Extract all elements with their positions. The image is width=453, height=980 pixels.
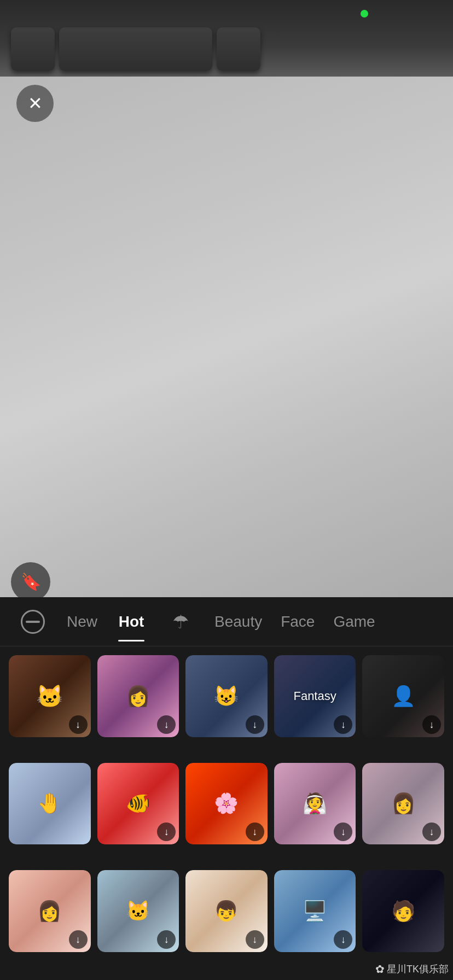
download-icon: ↓ [341, 720, 346, 730]
tab-beauty[interactable]: Beauty [208, 602, 269, 641]
filter-thumb: 🧑 [362, 870, 444, 952]
download-badge[interactable]: ↓ [246, 715, 264, 734]
download-icon: ↓ [252, 720, 257, 730]
download-icon: ↓ [252, 827, 257, 837]
download-icon: ↓ [164, 827, 169, 837]
filter-item[interactable]: 🐱 ↓ [97, 870, 179, 952]
filter-item[interactable]: 🧑 [362, 870, 444, 952]
bookmark-button[interactable]: 🔖 [11, 562, 50, 602]
download-badge[interactable]: ↓ [246, 930, 264, 949]
trackpad [0, 77, 453, 618]
download-badge[interactable]: ↓ [422, 715, 441, 734]
filter-item[interactable]: 👩 ↓ [362, 763, 444, 845]
download-badge[interactable]: ↓ [157, 715, 176, 734]
filter-item[interactable]: 🌸 ↓ [185, 763, 268, 845]
download-badge[interactable]: ↓ [246, 822, 264, 841]
green-indicator [361, 10, 368, 18]
download-icon: ↓ [429, 827, 434, 837]
download-icon: ↓ [429, 720, 434, 730]
filter-item[interactable]: 👰 ↓ [274, 763, 356, 845]
download-badge[interactable]: ↓ [69, 715, 88, 734]
filter-fantasy[interactable]: Fantasy ↓ [274, 655, 356, 737]
download-icon: ↓ [341, 827, 346, 837]
download-badge[interactable]: ↓ [157, 930, 176, 949]
filter-item[interactable]: 😺 ↓ [185, 655, 268, 737]
key-2 [217, 27, 260, 71]
download-badge[interactable]: ↓ [334, 715, 352, 734]
filter-item[interactable]: 🐠 ↓ [97, 763, 179, 845]
tab-ar[interactable]: ☂ [159, 602, 202, 641]
tab-bar: New Hot ☂ Beauty Face Game [0, 597, 453, 646]
download-icon: ↓ [341, 935, 346, 944]
download-icon: ↓ [252, 935, 257, 944]
filter-preview: 🤚 [9, 763, 91, 845]
download-icon: ↓ [164, 935, 169, 944]
no-entry-icon [21, 610, 45, 634]
download-icon: ↓ [164, 720, 169, 730]
ar-umbrella-icon: ☂ [172, 611, 189, 633]
filter-thumb: 🤚 [9, 763, 91, 845]
download-icon: ↓ [76, 935, 80, 944]
camera-view [0, 0, 453, 618]
filter-item[interactable]: 👤 ↓ [362, 655, 444, 737]
close-button[interactable]: ✕ [16, 85, 54, 122]
download-badge[interactable]: ↓ [69, 930, 88, 949]
tab-hot[interactable]: Hot [109, 602, 153, 641]
bookmark-icon: 🔖 [21, 574, 41, 590]
filter-item[interactable]: 👩 ↓ [97, 655, 179, 737]
filter-item[interactable]: 🖥️ ↓ [274, 870, 356, 952]
key-1 [11, 27, 55, 71]
filter-panel: New Hot ☂ Beauty Face Game 🐱 ↓ [0, 597, 453, 980]
filter-item[interactable]: 👦 ↓ [185, 870, 268, 952]
tab-new[interactable]: New [60, 602, 104, 641]
tab-none[interactable] [11, 602, 55, 641]
filter-item[interactable]: 🐱 ↓ [9, 655, 91, 737]
keyboard-area [0, 0, 453, 77]
tab-face[interactable]: Face [274, 602, 321, 641]
filter-item[interactable]: 👩 ↓ [9, 870, 91, 952]
key-spacebar [59, 27, 212, 71]
filter-item[interactable]: 🤚 [9, 763, 91, 845]
tab-game[interactable]: Game [327, 602, 381, 641]
filter-grid: 🐱 ↓ 👩 ↓ 😺 ↓ Fantasy [0, 646, 453, 980]
close-icon: ✕ [28, 95, 43, 112]
download-icon: ↓ [76, 720, 80, 730]
filter-preview: 🧑 [362, 870, 444, 952]
